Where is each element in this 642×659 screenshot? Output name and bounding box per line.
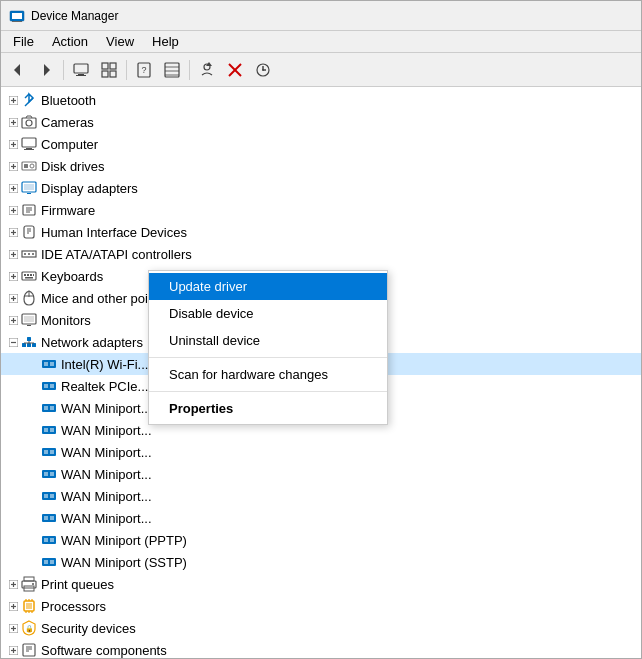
tree-item-software[interactable]: Software components [1, 639, 641, 659]
network-card-icon [41, 488, 57, 504]
expand-btn-hid[interactable] [5, 224, 21, 240]
scan-button[interactable] [250, 57, 276, 83]
svg-rect-132 [44, 560, 48, 564]
expand-btn-processors[interactable] [5, 598, 21, 614]
tree-item-bluetooth[interactable]: Bluetooth [1, 89, 641, 111]
tree-item-wan6[interactable]: WAN Miniport... [1, 507, 641, 529]
context-sep-2 [149, 391, 387, 392]
svg-rect-99 [27, 337, 31, 341]
title-bar-text: Device Manager [31, 9, 118, 23]
expand-btn-cameras[interactable] [5, 114, 21, 130]
expand-btn-wan5[interactable] [25, 488, 41, 504]
firmware-icon [21, 202, 37, 218]
svg-point-26 [262, 69, 264, 71]
toolbar-sep-1 [63, 60, 64, 80]
svg-rect-51 [24, 184, 34, 190]
tree-item-hid[interactable]: Human Interface Devices [1, 221, 641, 243]
expand-btn-wan2[interactable] [25, 422, 41, 438]
svg-rect-12 [110, 71, 116, 77]
tree-item-cameras[interactable]: Cameras [1, 111, 641, 133]
ide-icon [21, 246, 37, 262]
tree-label-keyboards: Keyboards [41, 269, 103, 284]
expand-btn-security[interactable] [5, 620, 21, 636]
expand-btn-monitors[interactable] [5, 312, 21, 328]
svg-rect-63 [24, 226, 34, 238]
svg-rect-82 [25, 277, 33, 279]
network-card-icon [41, 356, 57, 372]
expand-btn-display[interactable] [5, 180, 21, 196]
forward-button[interactable] [33, 57, 59, 83]
disk-icon [21, 158, 37, 174]
tree-item-display[interactable]: Display adapters [1, 177, 641, 199]
expand-btn-mice[interactable] [5, 290, 21, 306]
expand-btn-realtek[interactable] [25, 378, 41, 394]
tree-item-computer[interactable]: Computer [1, 133, 641, 155]
svg-rect-3 [12, 21, 22, 22]
tree-label-computer: Computer [41, 137, 98, 152]
svg-rect-98 [32, 343, 36, 347]
expand-btn-bluetooth[interactable] [5, 92, 21, 108]
tree-item-disk[interactable]: Disk drives [1, 155, 641, 177]
tree-label-monitors: Monitors [41, 313, 91, 328]
expand-btn-disk[interactable] [5, 158, 21, 174]
context-uninstall-device[interactable]: Uninstall device [149, 327, 387, 354]
expand-btn-print[interactable] [5, 576, 21, 592]
toolbar-sep-2 [126, 60, 127, 80]
context-update-driver[interactable]: Update driver [149, 273, 387, 300]
tree-item-wan4[interactable]: WAN Miniport... [1, 463, 641, 485]
svg-rect-40 [24, 149, 34, 150]
list-view-button[interactable] [159, 57, 185, 83]
tree-label-wan-pptp: WAN Miniport (PPTP) [61, 533, 187, 548]
context-scan-changes[interactable]: Scan for hardware changes [149, 361, 387, 388]
svg-rect-115 [50, 428, 54, 432]
context-properties[interactable]: Properties [149, 395, 387, 422]
menu-view[interactable]: View [98, 32, 142, 51]
expand-btn-keyboards[interactable] [5, 268, 21, 284]
expand-btn-wan4[interactable] [25, 466, 41, 482]
tree-item-wan-sstp[interactable]: WAN Miniport (SSTP) [1, 551, 641, 573]
tree-item-wan-pptp[interactable]: WAN Miniport (PPTP) [1, 529, 641, 551]
tree-item-print[interactable]: Print queues [1, 573, 641, 595]
expand-btn-wan-sstp[interactable] [25, 554, 41, 570]
expand-btn-computer[interactable] [5, 136, 21, 152]
svg-rect-79 [27, 274, 29, 276]
update-driver-button[interactable] [194, 57, 220, 83]
expand-btn-intel-wifi[interactable] [25, 356, 41, 372]
tree-label-processors: Processors [41, 599, 106, 614]
menu-file[interactable]: File [5, 32, 42, 51]
tree-item-security[interactable]: 🔒Security devices [1, 617, 641, 639]
svg-rect-38 [22, 138, 36, 147]
network-card-icon [41, 444, 57, 460]
menu-action[interactable]: Action [44, 32, 96, 51]
computer-view-button[interactable] [68, 57, 94, 83]
expand-btn-ide[interactable] [5, 246, 21, 262]
context-disable-device[interactable]: Disable device [149, 300, 387, 327]
tree-item-wan5[interactable]: WAN Miniport... [1, 485, 641, 507]
tree-label-hid: Human Interface Devices [41, 225, 187, 240]
expand-btn-network[interactable] [5, 334, 21, 350]
expand-btn-wan3[interactable] [25, 444, 41, 460]
expand-btn-wan-pptp[interactable] [25, 532, 41, 548]
expand-btn-software[interactable] [5, 642, 21, 658]
svg-point-46 [30, 164, 34, 168]
tree-item-firmware[interactable]: Firmware [1, 199, 641, 221]
tree-item-processors[interactable]: Processors [1, 595, 641, 617]
show-all-button[interactable] [96, 57, 122, 83]
app-icon [9, 8, 25, 24]
back-button[interactable] [5, 57, 31, 83]
expand-btn-firmware[interactable] [5, 202, 21, 218]
menu-help[interactable]: Help [144, 32, 187, 51]
svg-rect-159 [23, 644, 35, 656]
svg-point-34 [26, 120, 32, 126]
svg-rect-10 [110, 63, 116, 69]
help-button[interactable]: ? [131, 57, 157, 83]
expand-btn-wan6[interactable] [25, 510, 41, 526]
svg-rect-133 [50, 560, 54, 564]
svg-rect-45 [24, 164, 28, 168]
expand-btn-wan1[interactable] [25, 400, 41, 416]
tree-item-wan3[interactable]: WAN Miniport... [1, 441, 641, 463]
tree-item-ide[interactable]: IDE ATA/ATAPI controllers [1, 243, 641, 265]
network-card-icon [41, 554, 57, 570]
network-card-icon [41, 510, 57, 526]
delete-button[interactable] [222, 57, 248, 83]
